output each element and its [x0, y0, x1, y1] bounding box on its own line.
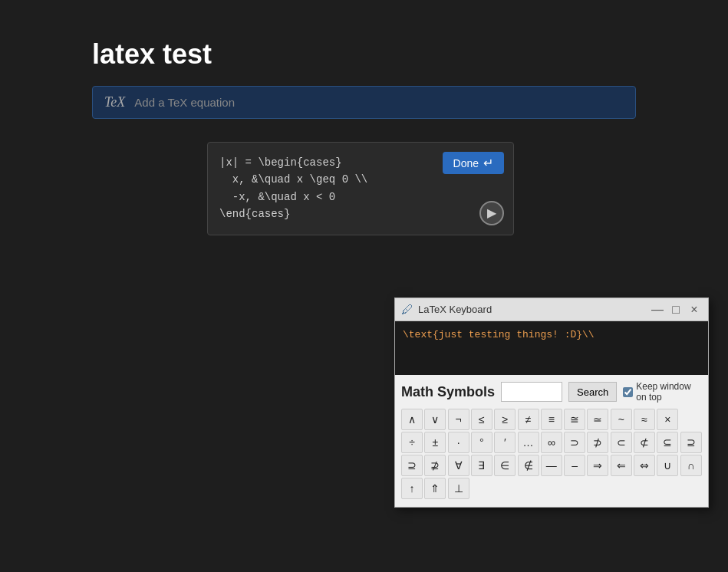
keyboard-textarea[interactable]: \text{just testing things! :D}\\ — [395, 321, 708, 375]
search-input[interactable] — [501, 382, 562, 402]
page-title: latex test — [0, 0, 728, 86]
sym-in[interactable]: ∈ — [494, 455, 516, 476]
sym-equiv[interactable]: ≡ — [541, 409, 562, 430]
sym-cdot[interactable]: · — [448, 432, 469, 453]
sym-neq[interactable]: ≠ — [518, 409, 539, 430]
sym-leq[interactable]: ≤ — [471, 409, 492, 430]
search-button[interactable]: Search — [568, 382, 617, 402]
sym-div[interactable]: ÷ — [401, 432, 423, 453]
sym-rightarrow[interactable]: ⇒ — [587, 455, 608, 476]
symbol-grid-row1: ∧ ∨ ¬ ≤ ≥ ≠ ≡ ≅ ≃ ~ ≈ × — [401, 409, 702, 430]
sym-infty[interactable]: ∞ — [541, 432, 562, 453]
sym-and[interactable]: ∧ — [401, 409, 423, 430]
sym-uparrow[interactable]: ↑ — [401, 478, 423, 499]
sym-ldots[interactable]: … — [518, 432, 539, 453]
enter-icon: ↵ — [483, 156, 493, 170]
sym-notin[interactable]: ∉ — [518, 455, 539, 476]
symbol-grid-row3: ⊇ ⊉ ∀ ∃ ∈ ∉ — – ⇒ ⇐ ⇔ ∪ ∩ — [401, 455, 702, 476]
keyboard-titlebar: 🖊 LaTeX Keyboard — □ × — [395, 298, 708, 321]
maximize-button[interactable]: □ — [668, 302, 684, 317]
tex-logo: TeX — [104, 94, 125, 110]
render-button[interactable]: ▶ — [479, 201, 504, 225]
keep-on-top-checkbox[interactable] — [623, 387, 633, 397]
done-label: Done — [453, 157, 479, 169]
sym-Uparrow[interactable]: ⇑ — [424, 478, 446, 499]
tex-input-bar[interactable]: TeX Add a TeX equation — [92, 86, 636, 119]
sym-endash[interactable]: – — [564, 455, 585, 476]
sym-supseteq2[interactable]: ⊇ — [401, 455, 423, 476]
sym-sim[interactable]: ~ — [611, 409, 632, 430]
sym-forall[interactable]: ∀ — [448, 455, 469, 476]
equation-editor: |x| = \begin{cases} x, &\quad x \geq 0 \… — [207, 142, 514, 235]
sym-supset[interactable]: ⊃ — [564, 432, 585, 453]
titlebar-left: 🖊 LaTeX Keyboard — [401, 303, 492, 317]
render-icon: ▶ — [487, 205, 496, 220]
minimize-button[interactable]: — — [650, 302, 665, 317]
sym-times[interactable]: × — [657, 409, 678, 430]
sym-not-subset[interactable]: ⊄ — [634, 432, 655, 453]
tex-placeholder: Add a TeX equation — [134, 96, 235, 109]
close-button[interactable]: × — [687, 302, 702, 317]
done-button[interactable]: Done ↵ — [443, 152, 504, 174]
keep-on-top-text: Keep window on top — [636, 381, 702, 403]
titlebar-controls: — □ × — [650, 302, 702, 317]
sym-emdash[interactable]: — — [541, 455, 562, 476]
sym-cap[interactable]: ∩ — [680, 455, 702, 476]
symbol-grid-row2: ÷ ± · ° ′ … ∞ ⊃ ⊅ ⊂ ⊄ ⊆ ⊇ — [401, 432, 702, 453]
sym-supseteq[interactable]: ⊇ — [680, 432, 702, 453]
sym-not-supset[interactable]: ⊅ — [587, 432, 608, 453]
symbol-grid-row4: ↑ ⇑ ⊥ — [401, 478, 702, 499]
sym-neg[interactable]: ¬ — [448, 409, 469, 430]
sym-cup[interactable]: ∪ — [657, 455, 678, 476]
sym-leftrightarrow[interactable]: ⇔ — [634, 455, 655, 476]
sym-exists[interactable]: ∃ — [471, 455, 492, 476]
sym-subseteq[interactable]: ⊆ — [657, 432, 678, 453]
sym-or[interactable]: ∨ — [424, 409, 446, 430]
sym-geq[interactable]: ≥ — [494, 409, 516, 430]
latex-icon: 🖊 — [401, 303, 413, 317]
sym-deg[interactable]: ° — [471, 432, 492, 453]
sym-nsupseteq[interactable]: ⊉ — [424, 455, 446, 476]
sym-cong[interactable]: ≅ — [564, 409, 585, 430]
sym-perp[interactable]: ⊥ — [448, 478, 469, 499]
keyboard-body: Math Symbols Search Keep window on top ∧… — [395, 375, 708, 507]
keep-on-top-label[interactable]: Keep window on top — [623, 381, 702, 403]
sym-leftarrow[interactable]: ⇐ — [611, 455, 632, 476]
latex-keyboard-window: 🖊 LaTeX Keyboard — □ × \text{just testin… — [394, 298, 709, 508]
sym-pm[interactable]: ± — [424, 432, 446, 453]
keyboard-header-row: Math Symbols Search Keep window on top — [401, 381, 702, 403]
math-symbols-label: Math Symbols — [401, 384, 495, 400]
sym-prime[interactable]: ′ — [494, 432, 516, 453]
sym-simeq[interactable]: ≃ — [587, 409, 608, 430]
titlebar-title: LaTeX Keyboard — [418, 304, 492, 315]
sym-approx[interactable]: ≈ — [634, 409, 655, 430]
sym-subset[interactable]: ⊂ — [611, 432, 632, 453]
